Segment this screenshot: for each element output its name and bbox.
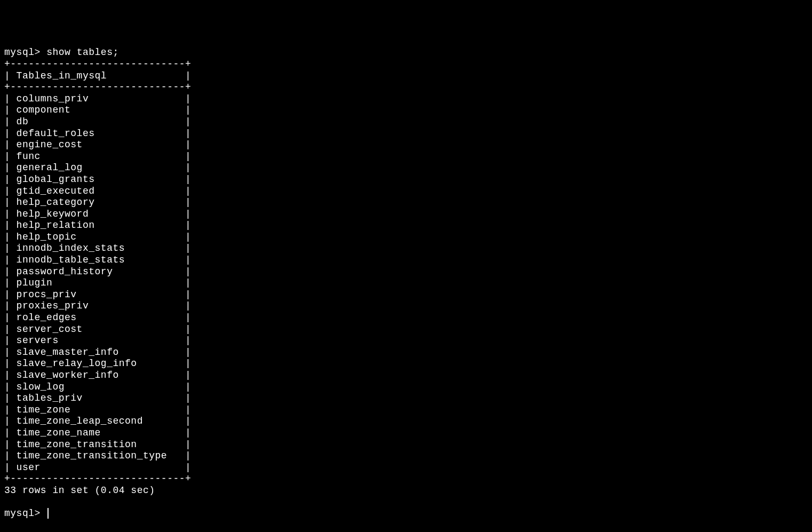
table-border-bottom: +-----------------------------+	[4, 473, 191, 484]
prompt-line: mysql> show tables;	[4, 47, 119, 58]
table-body: | columns_priv | | component | | db | | …	[4, 93, 191, 473]
result-summary: 33 rows in set (0.04 sec)	[4, 485, 155, 496]
command: show tables;	[46, 47, 119, 58]
terminal-output[interactable]: mysql> show tables; +-------------------…	[4, 47, 808, 519]
table-border-top: +-----------------------------+	[4, 59, 191, 69]
cursor	[47, 508, 49, 519]
prompt: mysql>	[4, 47, 46, 58]
prompt-text: mysql>	[4, 508, 46, 519]
table-header-row: | Tables_in_mysql |	[4, 70, 191, 81]
next-prompt: mysql>	[4, 508, 49, 519]
table-border-mid: +-----------------------------+	[4, 82, 191, 92]
